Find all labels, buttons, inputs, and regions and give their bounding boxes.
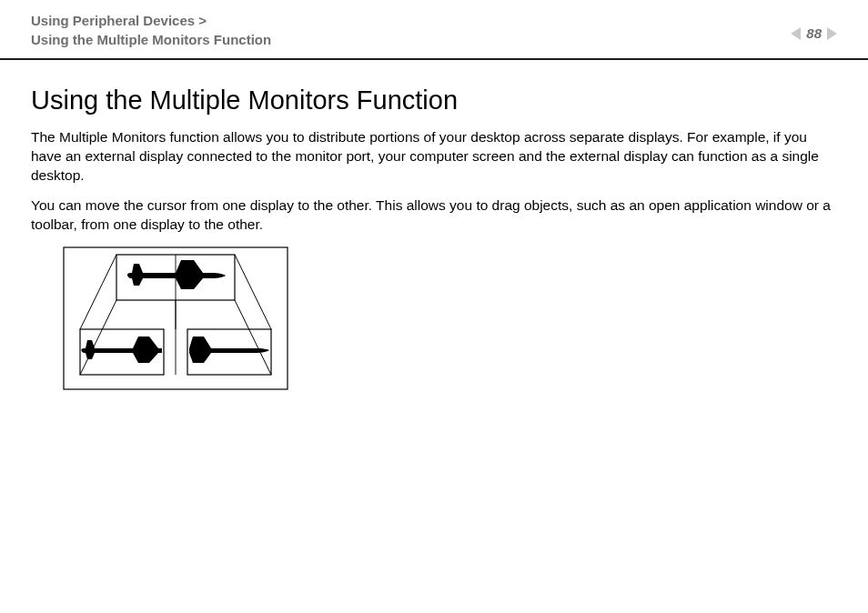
breadcrumb-current: Using the Multiple Monitors Function	[31, 30, 271, 49]
page-title: Using the Multiple Monitors Function	[31, 85, 837, 116]
page-nav: 88	[791, 11, 837, 41]
breadcrumb-parent: Using Peripheral Devices >	[31, 11, 271, 30]
illustration-multiple-monitors	[62, 246, 837, 391]
page-content: Using the Multiple Monitors Function The…	[0, 60, 868, 407]
body-paragraph: You can move the cursor from one display…	[31, 196, 837, 235]
next-page-icon[interactable]	[827, 27, 837, 40]
body-paragraph: The Multiple Monitors function allows yo…	[31, 128, 837, 186]
prev-page-icon[interactable]	[791, 27, 801, 40]
page-header: Using Peripheral Devices > Using the Mul…	[0, 0, 868, 60]
airplane-monitors-icon	[62, 246, 289, 391]
page-number: 88	[806, 25, 822, 41]
breadcrumb: Using Peripheral Devices > Using the Mul…	[31, 11, 271, 49]
